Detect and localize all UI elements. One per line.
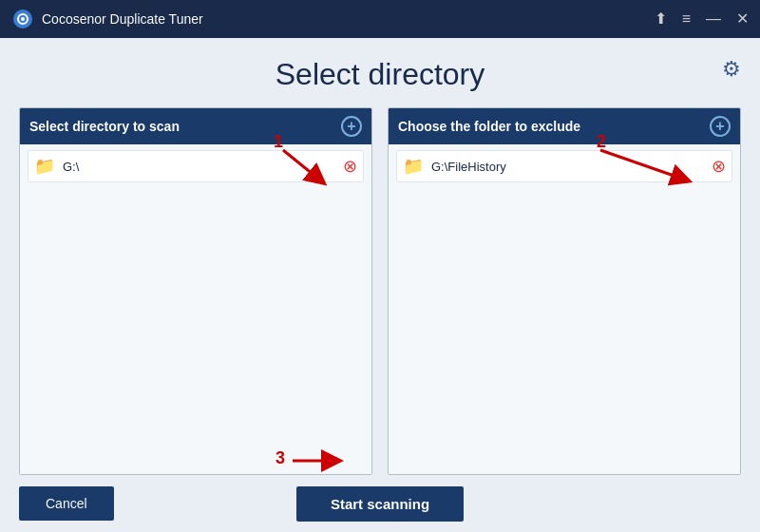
start-scanning-button[interactable]: Start scanning: [296, 486, 464, 522]
close-icon[interactable]: ✕: [736, 11, 749, 27]
app-title: Cocosenor Duplicate Tuner: [42, 11, 655, 27]
exclude-panel-header: Choose the folder to exclude +: [389, 108, 740, 144]
share-icon[interactable]: ⬆: [655, 11, 667, 27]
scan-panel-body: 📁 G:\ ⊗: [20, 144, 371, 474]
menu-icon[interactable]: ≡: [682, 11, 691, 27]
page-title: Select directory: [19, 57, 741, 92]
scan-directory-panel: Select directory to scan + 📁 G:\ ⊗: [19, 107, 372, 475]
folder-icon: 📁: [34, 156, 55, 177]
main-content: Select directory ⚙ Select directory to s…: [0, 38, 760, 475]
svg-point-2: [21, 17, 25, 21]
window-controls: ⬆ ≡ — ✕: [655, 11, 749, 27]
folder-icon: 📁: [403, 156, 424, 177]
exclude-directory-panel: Choose the folder to exclude + 📁 G:\File…: [388, 107, 741, 475]
remove-exclude-dir-button[interactable]: ⊗: [712, 158, 726, 175]
exclude-dir-label: G:\FileHistory: [431, 160, 712, 174]
exclude-panel-body: 📁 G:\FileHistory ⊗: [389, 144, 740, 474]
panels-row: Select directory to scan + 📁 G:\ ⊗ Choos…: [19, 107, 741, 475]
scan-dir-item: 📁 G:\ ⊗: [28, 150, 364, 182]
cancel-button[interactable]: Cancel: [19, 486, 114, 521]
exclude-panel-header-left: Choose the folder to exclude: [398, 119, 580, 134]
scan-panel-header: Select directory to scan +: [20, 108, 371, 144]
minimize-icon[interactable]: —: [706, 11, 721, 27]
scan-dir-label: G:\: [63, 160, 343, 174]
add-exclude-dir-button[interactable]: +: [710, 116, 731, 137]
scan-panel-title: Select directory to scan: [29, 119, 180, 134]
exclude-panel-title: Choose the folder to exclude: [398, 119, 580, 134]
remove-scan-dir-button[interactable]: ⊗: [343, 158, 357, 175]
app-logo-icon: [11, 8, 34, 30]
exclude-dir-item: 📁 G:\FileHistory ⊗: [396, 150, 732, 182]
titlebar: Cocosenor Duplicate Tuner ⬆ ≡ — ✕: [0, 0, 760, 38]
scan-panel-header-left: Select directory to scan: [29, 119, 180, 134]
add-scan-dir-button[interactable]: +: [341, 116, 362, 137]
bottom-bar: Cancel Start scanning: [0, 475, 760, 532]
settings-icon[interactable]: ⚙: [722, 57, 741, 82]
